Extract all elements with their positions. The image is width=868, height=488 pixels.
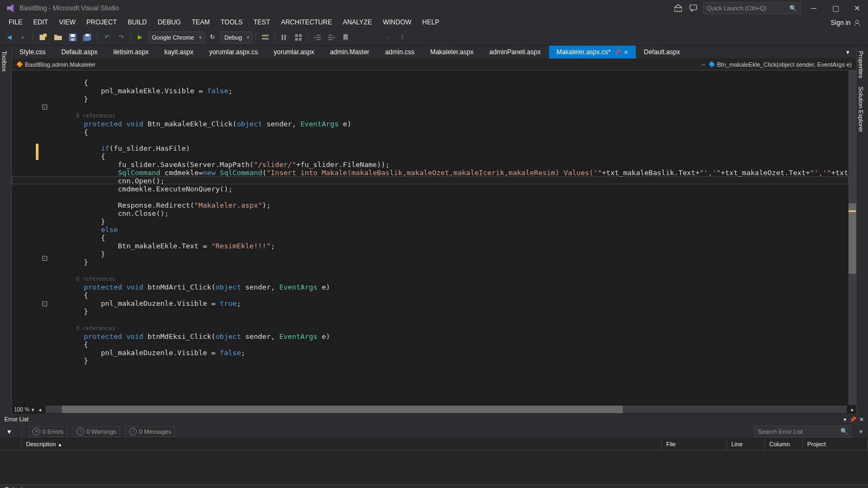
comment-button[interactable]: ▫ bbox=[354, 31, 366, 43]
col-column[interactable]: Column bbox=[765, 439, 803, 450]
tab-default2[interactable]: Default.aspx bbox=[636, 46, 688, 59]
output-panel-header[interactable]: Output bbox=[0, 484, 868, 488]
close-panel-icon[interactable]: ✕ bbox=[859, 416, 864, 422]
nav-forward-button[interactable]: ▸ bbox=[17, 31, 29, 43]
col-description[interactable]: Description ▲ bbox=[22, 439, 662, 450]
scrollbar-thumb[interactable] bbox=[848, 203, 856, 274]
solution-explorer-tab[interactable]: Solution Explorer bbox=[858, 85, 867, 134]
vertical-scrollbar[interactable] bbox=[848, 70, 856, 405]
nav-back-button[interactable]: ◀ bbox=[3, 31, 15, 43]
refresh-button[interactable]: ↻ bbox=[207, 31, 219, 43]
menu-help[interactable]: HELP bbox=[417, 16, 444, 29]
arrow-right-icon: → bbox=[700, 61, 706, 68]
tab-makaleler[interactable]: Makaleler.aspx bbox=[423, 46, 482, 59]
error-list-body bbox=[0, 451, 868, 484]
messages-filter[interactable]: i 0 Messages bbox=[125, 426, 175, 437]
menu-view[interactable]: VIEW bbox=[54, 16, 81, 29]
main-toolbar: ◀ ▸ ↶ ↷ ▶ Google Chrome ↻ Debug ▫ ▫ ▫ ⋮ bbox=[0, 29, 868, 46]
toolbar-separator bbox=[308, 33, 308, 42]
feedback-icon[interactable] bbox=[688, 3, 699, 14]
sign-in-label: Sign in bbox=[831, 19, 851, 27]
menu-team[interactable]: TEAM bbox=[186, 16, 215, 29]
menu-file[interactable]: FILE bbox=[3, 16, 28, 29]
indent-button[interactable] bbox=[326, 31, 337, 43]
new-project-button[interactable] bbox=[36, 31, 49, 43]
col-line[interactable]: Line bbox=[727, 439, 765, 450]
fold-toggle[interactable]: − bbox=[42, 105, 47, 110]
error-list-title: Error List bbox=[4, 416, 29, 422]
member-selector[interactable]: → 🔷 Btn_makaleEkle_Click(object sender, … bbox=[696, 61, 856, 68]
toolbar-separator bbox=[130, 33, 131, 42]
sign-in-link[interactable]: Sign in bbox=[824, 16, 868, 29]
quick-launch-input[interactable]: Quick Launch (Ctrl+Q) 🔍 bbox=[703, 2, 801, 14]
code-editor[interactable]: ✥ − − − { pnl_makaleEkle.Visible = false… bbox=[12, 70, 856, 405]
panel-dropdown-icon[interactable]: ▾ bbox=[844, 416, 846, 422]
minimize-button[interactable]: ─ bbox=[805, 3, 822, 14]
warnings-filter[interactable]: ! 0 Warnings bbox=[73, 426, 120, 437]
tab-admin-master[interactable]: admin.Master bbox=[322, 46, 378, 59]
fold-toggle[interactable]: − bbox=[42, 256, 47, 261]
uncomment-button[interactable]: ▫ bbox=[368, 31, 380, 43]
toolbar-icon[interactable] bbox=[292, 31, 304, 43]
col-project[interactable]: Project bbox=[803, 439, 868, 450]
menu-debug[interactable]: DEBUG bbox=[152, 16, 187, 29]
notifications-icon[interactable] bbox=[673, 3, 684, 14]
save-button[interactable] bbox=[67, 31, 79, 43]
save-all-button[interactable] bbox=[81, 31, 94, 43]
left-side-tabs: Toolbox bbox=[0, 46, 12, 414]
tab-admin-css[interactable]: admin.css bbox=[378, 46, 423, 59]
tab-makaleler-cs-active[interactable]: Makaleler.aspx.cs* 📌 ✕ bbox=[549, 46, 636, 59]
document-tabs: Style.css Default.aspx iletisim.aspx kay… bbox=[12, 46, 856, 59]
outdent-button[interactable] bbox=[311, 31, 323, 43]
pin-icon[interactable]: 📌 bbox=[614, 49, 621, 55]
redo-button[interactable]: ↷ bbox=[115, 31, 127, 43]
browser-select[interactable]: Google Chrome bbox=[148, 31, 205, 43]
config-select[interactable]: Debug bbox=[221, 31, 252, 43]
menu-test[interactable]: TEST bbox=[248, 16, 276, 29]
tab-stylecss[interactable]: Style.css bbox=[12, 46, 54, 59]
search-error-list-input[interactable]: Search Error List 🔍 bbox=[754, 426, 852, 438]
menu-window[interactable]: WINDOW bbox=[378, 16, 417, 29]
maximize-button[interactable]: ▢ bbox=[827, 3, 844, 14]
undo-button[interactable]: ↶ bbox=[101, 31, 113, 43]
horizontal-scrollbar[interactable] bbox=[46, 406, 847, 413]
zoom-selector[interactable]: 100 % ▾ bbox=[12, 407, 36, 413]
error-icon: ✕ bbox=[33, 428, 40, 435]
bookmark-button[interactable] bbox=[340, 31, 352, 43]
tab-iletisim[interactable]: iletisim.aspx bbox=[106, 46, 157, 59]
scroll-left-button[interactable]: ◂ bbox=[36, 407, 43, 413]
menu-analyze[interactable]: ANALYZE bbox=[337, 16, 378, 29]
start-debug-button[interactable]: ▶ bbox=[134, 31, 146, 43]
menu-tools[interactable]: TOOLS bbox=[215, 16, 248, 29]
pin-icon[interactable]: 📌 bbox=[850, 416, 856, 422]
scrollbar-thumb[interactable] bbox=[62, 406, 623, 413]
menu-architecture[interactable]: ARCHITECTURE bbox=[276, 16, 337, 29]
editor-area: Style.css Default.aspx iletisim.aspx kay… bbox=[12, 46, 856, 414]
toolbar-more-button[interactable]: ⋮ bbox=[396, 31, 408, 43]
open-file-button[interactable] bbox=[52, 31, 65, 43]
col-file[interactable]: File bbox=[662, 439, 727, 450]
toolbar-icon[interactable]: ▫ bbox=[382, 31, 394, 43]
tab-adminpaneli[interactable]: adminPaneli.aspx bbox=[482, 46, 549, 59]
class-selector[interactable]: 🔶 BasitBlog.admin.Makaleler bbox=[12, 61, 100, 68]
toolbox-tab[interactable]: Toolbox bbox=[1, 49, 10, 74]
fold-toggle[interactable]: − bbox=[42, 301, 47, 306]
active-files-dropdown[interactable]: ▾ bbox=[842, 46, 854, 58]
toolbar-icon[interactable] bbox=[278, 31, 290, 43]
properties-tab[interactable]: Properties bbox=[858, 49, 867, 80]
col-icon[interactable] bbox=[0, 439, 22, 450]
menu-edit[interactable]: EDIT bbox=[28, 16, 53, 29]
menu-project[interactable]: PROJECT bbox=[81, 16, 122, 29]
close-tab-icon[interactable]: ✕ bbox=[624, 49, 628, 55]
search-dropdown[interactable]: ▾ bbox=[857, 428, 865, 435]
filter-button[interactable]: ▼ bbox=[3, 426, 15, 438]
tab-yorumlar-cs[interactable]: yorumlar.aspx.cs bbox=[201, 46, 266, 59]
errors-filter[interactable]: ✕ 0 Errors bbox=[29, 426, 67, 437]
menu-build[interactable]: BUILD bbox=[122, 16, 152, 29]
tab-default[interactable]: Default.aspx bbox=[54, 46, 106, 59]
tab-yorumlar[interactable]: yorumlar.aspx bbox=[266, 46, 322, 59]
toolbar-icon[interactable] bbox=[259, 31, 271, 43]
close-button[interactable]: ✕ bbox=[848, 3, 866, 14]
scroll-right-button[interactable]: ▸ bbox=[849, 407, 856, 413]
tab-kayit[interactable]: kayit.aspx bbox=[157, 46, 201, 59]
